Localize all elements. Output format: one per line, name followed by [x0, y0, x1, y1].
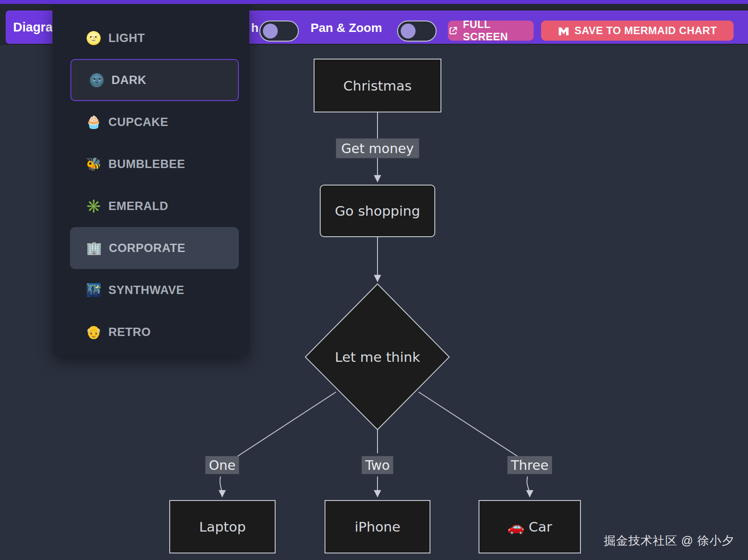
edge-label-get-money: Get money — [336, 139, 419, 158]
sketch-toggle[interactable] — [259, 21, 299, 42]
theme-option-retro[interactable]: 👴 RETRO — [52, 311, 249, 353]
edge-label-three: Three — [507, 456, 552, 474]
pan-zoom-label: Pan & Zoom — [311, 21, 382, 35]
theme-option-synthwave[interactable]: 🌃 SYNTHWAVE — [52, 269, 249, 311]
edge-decision-to-one — [233, 392, 336, 459]
save-button-label: SAVE TO MERMAID CHART — [574, 24, 717, 37]
theme-option-bumblebee[interactable]: 🐝 BUMBLEBEE — [52, 143, 249, 185]
node-christmas: Christmas — [314, 59, 441, 112]
external-link-icon — [448, 25, 458, 36]
theme-option-label: RETRO — [108, 326, 151, 339]
bee-theme-icon: 🐝 — [86, 158, 102, 171]
office-building-theme-icon: 🏢 — [86, 242, 102, 255]
save-to-mermaid-chart-button[interactable]: SAVE TO MERMAID CHART — [541, 21, 734, 41]
old-man-theme-icon: 👴 — [86, 326, 102, 339]
theme-option-corporate[interactable]: 🏢 CORPORATE — [70, 227, 239, 269]
mermaid-chart-logo-icon — [558, 25, 570, 37]
light-theme-icon: 🌝 — [86, 32, 102, 45]
emerald-theme-icon: ✳️ — [86, 200, 102, 213]
fullscreen-button[interactable]: FULL SCREEN — [448, 21, 534, 41]
sketch-toggle-knob — [263, 24, 278, 38]
theme-option-label: BUMBLEBEE — [108, 158, 185, 171]
edge-label-two: Two — [362, 456, 393, 474]
theme-option-label: CUPCAKE — [108, 116, 168, 129]
top-accent-strip — [0, 0, 748, 4]
theme-option-label: SYNTHWAVE — [108, 284, 185, 297]
dark-theme-icon: 🌚 — [89, 74, 105, 87]
edge-decision-to-three — [419, 392, 522, 459]
node-go-shopping: Go shopping — [320, 185, 435, 237]
edge-label-one: One — [205, 456, 239, 474]
fullscreen-button-label: FULL SCREEN — [463, 18, 534, 43]
cupcake-theme-icon: 🧁 — [86, 116, 102, 129]
node-laptop: Laptop — [169, 500, 276, 553]
node-car: 🚗 Car — [479, 500, 581, 553]
theme-option-emerald[interactable]: ✳️ EMERALD — [52, 185, 249, 227]
theme-dropdown-menu: 🌝 LIGHT 🌚 DARK 🧁 CUPCAKE 🐝 BUMBLEBEE ✳️ … — [52, 4, 249, 355]
sketch-toggle-label: h — [251, 21, 259, 35]
theme-option-label: LIGHT — [108, 32, 145, 45]
theme-option-label: EMERALD — [108, 200, 168, 213]
pan-zoom-toggle-knob — [401, 24, 416, 38]
node-iphone: iPhone — [325, 500, 430, 553]
node-decision-label: Let me think — [335, 349, 420, 365]
toolbar-controls-panel: h Pan & Zoom FULL SCREEN SAVE TO MERMAID… — [248, 10, 748, 44]
watermark: 掘金技术社区 @ 徐小夕 — [604, 533, 734, 549]
theme-option-label: DARK — [112, 74, 147, 87]
theme-option-cupcake[interactable]: 🧁 CUPCAKE — [52, 101, 249, 143]
theme-option-dark[interactable]: 🌚 DARK — [70, 59, 239, 101]
edge-one-to-laptop — [220, 476, 222, 497]
night-city-theme-icon: 🌃 — [86, 284, 102, 297]
theme-option-light[interactable]: 🌝 LIGHT — [52, 17, 249, 59]
pan-zoom-toggle[interactable] — [397, 21, 437, 42]
theme-option-label: CORPORATE — [109, 242, 185, 255]
edge-three-to-car — [527, 476, 530, 497]
